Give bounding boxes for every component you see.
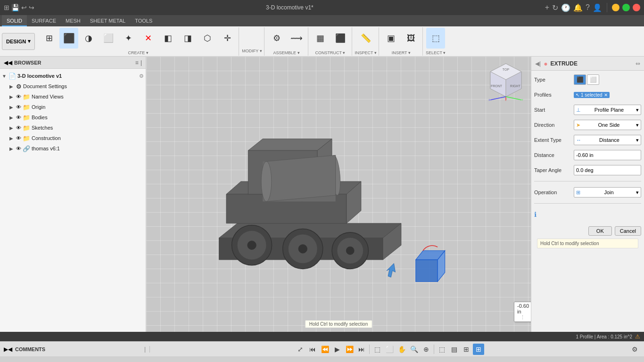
start-dropdown[interactable]: ⊥ Profile Plane ▾ [574, 105, 641, 115]
thomas-expand-icon[interactable]: ▶ [9, 146, 16, 151]
named-views-expand-icon[interactable]: ▶ [9, 94, 16, 99]
close-button[interactable] [633, 4, 640, 11]
cancel-button[interactable]: Cancel [615, 226, 641, 236]
sweep-button[interactable]: ⬜ [99, 28, 118, 49]
tree-item-sketches[interactable]: ▶ 👁 📁 Sketches [0, 123, 146, 133]
doc-gear-icon: ⚙ [16, 83, 22, 90]
doc-expand-icon[interactable]: ▶ [9, 84, 16, 89]
fillet-button[interactable]: ◨ [178, 28, 197, 49]
grid-button[interactable]: ▤ [448, 344, 460, 355]
type-btn-solid[interactable]: ⬛ [574, 74, 586, 85]
display-grid-button[interactable]: ⊞ [461, 344, 472, 355]
construct-plane-button[interactable]: ▦ [311, 28, 330, 49]
viewport[interactable]: -0.60 in ⋮ TOP FRONT RIGHT Z Y X [146, 57, 531, 332]
joint2-button[interactable]: ⟿ [287, 28, 306, 49]
notification-icon[interactable]: 🔔 [573, 3, 583, 12]
design-menu[interactable]: DESIGN ▾ [2, 33, 35, 50]
undo-icon[interactable]: ↩ [21, 4, 27, 11]
sketch-button[interactable]: ⬚ [372, 344, 383, 355]
new-tab-icon[interactable]: + [545, 3, 549, 12]
tab-sheet-metal[interactable]: SHEET METAL [85, 15, 130, 26]
tree-item-document-settings[interactable]: ▶ ⚙ Document Settings [0, 81, 146, 91]
insert-img-button[interactable]: 🖼 [402, 28, 421, 49]
pan-button[interactable]: ✋ [396, 344, 407, 355]
tree-item-bodies[interactable]: ▶ 👁 📁 Bodies [0, 112, 146, 123]
profiles-clear-button[interactable]: ✕ [604, 92, 608, 98]
zoom-in-button[interactable]: 🔍 [408, 344, 420, 355]
move-button[interactable]: ✛ [218, 28, 237, 49]
tree-item-origin[interactable]: ▶ 👁 📁 Origin [0, 102, 146, 112]
tab-tools[interactable]: TOOLS [130, 15, 157, 26]
distance-input[interactable] [574, 150, 641, 160]
refresh-icon[interactable]: ↻ [552, 3, 558, 12]
extrude-expand-icon[interactable]: ⇔ [636, 60, 640, 67]
construction-expand-icon[interactable]: ▶ [9, 136, 16, 141]
tab-mesh[interactable]: MESH [61, 15, 85, 26]
history-icon[interactable]: 🕐 [561, 3, 570, 12]
extrude-button[interactable]: ⬛ [59, 28, 78, 49]
bodies-expand-icon[interactable]: ▶ [9, 115, 16, 120]
direction-dropdown[interactable]: ➤ One Side ▾ [574, 120, 641, 130]
browser-filter-icon[interactable]: ≡ [135, 59, 139, 66]
fit-view-button[interactable]: ⤢ [295, 344, 306, 355]
step-forward-button[interactable]: ⏩ [344, 344, 355, 355]
type-btn-surface[interactable]: ⬜ [587, 74, 599, 85]
chamfer-button[interactable]: ◧ [158, 28, 177, 49]
origin-eye-icon: 👁 [16, 104, 21, 110]
active-tool-button[interactable]: ⊞ [473, 344, 484, 355]
loft-button[interactable]: ✦ [119, 28, 138, 49]
tree-item-construction[interactable]: ▶ 👁 📁 Construction [0, 133, 146, 143]
minimize-button[interactable] [612, 4, 619, 11]
settings-button[interactable]: ⚙ [629, 344, 640, 355]
tree-item-thomas[interactable]: ▶ 👁 🔗 thomas v6:1 [0, 143, 146, 154]
operation-dropdown[interactable]: ⊞ Join ▾ [574, 187, 641, 197]
named-views-eye-icon: 👁 [16, 94, 21, 99]
shell-button[interactable]: ⬡ [198, 28, 217, 49]
construction-label: Construction [32, 135, 61, 141]
browser-pin-icon[interactable]: | [140, 59, 142, 66]
help-icon[interactable]: ? [586, 3, 590, 12]
origin-expand-icon[interactable]: ▶ [9, 105, 16, 110]
extrude-collapse-icon[interactable]: ◀| [535, 60, 541, 67]
delete-button[interactable]: ✕ [139, 28, 157, 49]
user-avatar[interactable]: 👤 [593, 3, 602, 12]
play-button[interactable]: ▶ [331, 344, 343, 355]
taper-input[interactable] [574, 165, 641, 175]
prev-frame-button[interactable]: ⏮ [307, 344, 318, 355]
tree-root[interactable]: ▼ 📄 3-D locomotive v1 ⚙ [0, 71, 146, 81]
tree-item-named-views[interactable]: ▶ 👁 📁 Named Views [0, 91, 146, 102]
insert-group-label: INSERT ▾ [392, 50, 411, 55]
extrude-body: Type ⬛ ⬜ Profiles [531, 71, 644, 223]
sketch2-button[interactable]: ⬜ [384, 344, 395, 355]
new-component-button[interactable]: ⊞ [40, 28, 58, 49]
maximize-button[interactable] [622, 4, 630, 11]
divider [607, 3, 607, 12]
extent-type-dropdown[interactable]: ↔ Distance ▾ [574, 135, 641, 145]
display-mode-button[interactable]: ⬚ [436, 344, 447, 355]
sketches-expand-icon[interactable]: ▶ [9, 125, 16, 131]
tab-solid[interactable]: SOLID [2, 15, 27, 26]
construct-axis-button[interactable]: ⬛ [331, 28, 350, 49]
browser-collapse-icon[interactable]: ◀◀ [4, 59, 12, 66]
extent-type-row: Extent Type ↔ Distance ▾ [534, 134, 641, 146]
comments-pin-icon[interactable]: | [144, 346, 146, 353]
app-icons: ⊞ 💾 ↩ ↪ [4, 4, 34, 11]
select-button[interactable]: ⬚ [426, 28, 445, 49]
toolbar-group-create: ⊞ ⬛ ◑ ⬜ ✦ ✕ ◧ ◨ ⬡ [38, 27, 239, 56]
step-back-button[interactable]: ⏪ [319, 344, 330, 355]
ok-button[interactable]: OK [588, 226, 612, 236]
tab-surface[interactable]: SURFACE [27, 15, 61, 26]
root-expand-icon[interactable]: ▼ [2, 74, 8, 79]
info-bar: Hold Ctrl to modify selection [537, 239, 638, 248]
save-icon[interactable]: 💾 [11, 4, 19, 11]
zoom-select-button[interactable]: ⊕ [421, 344, 432, 355]
root-label: 3-D locomotive v1 [17, 73, 62, 79]
next-frame-button[interactable]: ⏭ [356, 344, 367, 355]
redo-icon[interactable]: ↪ [29, 4, 34, 11]
joint-button[interactable]: ⚙ [267, 28, 286, 49]
comments-expand-icon[interactable]: ▶◀ [4, 346, 12, 353]
inspect-measure-button[interactable]: 📏 [356, 28, 375, 49]
revolve-button[interactable]: ◑ [79, 28, 98, 49]
insert-button[interactable]: ▣ [382, 28, 401, 49]
nav-cube[interactable]: TOP FRONT RIGHT Z Y X [486, 61, 526, 101]
